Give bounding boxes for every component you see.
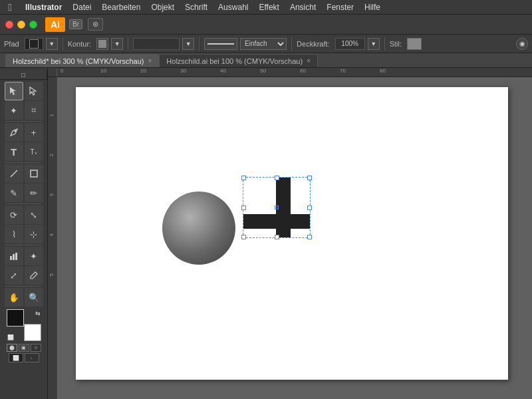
rectangle-tool[interactable] [25,164,43,183]
close-button[interactable] [5,21,13,29]
path-label: Pfad [4,40,19,48]
menu-hilfe[interactable]: Hilfe [359,0,386,15]
chart-tool[interactable] [5,247,23,265]
menu-auswahl[interactable]: Auswahl [213,0,253,15]
kontur-unit-dropdown[interactable]: ▼ [182,38,194,50]
foreground-color-box[interactable] [7,309,24,327]
tab-close-1[interactable]: × [148,57,152,65]
menu-schrift[interactable]: Schrift [180,0,213,15]
tool-row-5 [1,164,46,183]
default-colors-icon[interactable]: ⬜ [7,334,14,340]
free-transform-tool[interactable]: ⊹ [25,225,43,243]
sel-handle-tr[interactable] [307,176,312,180]
tool-sep-1 [5,121,42,122]
paintbrush-tool[interactable]: ✎ [5,184,23,202]
sel-handle-br[interactable] [307,235,312,239]
canvas-viewport[interactable] [57,77,532,399]
add-anchor-tool[interactable]: + [25,123,43,142]
tab-holzschild-300[interactable]: Holzschild* bei 300 % (CMYK/Vorschau) × [5,54,159,67]
color-mode-icon[interactable]: ⬤ [7,344,17,352]
menu-effekt[interactable]: Effekt [253,0,284,15]
pencil-tool[interactable]: ✏ [25,184,43,202]
sphere-object[interactable] [162,192,235,265]
opacity-label: Deckkraft: [297,40,330,48]
rotate-tool[interactable]: ⟳ [5,205,23,224]
maximize-button[interactable] [29,21,37,29]
selection-tool[interactable] [5,82,23,100]
horizontal-ruler: 0 10 20 30 40 50 60 70 80 [48,68,532,77]
blend-tool[interactable]: ⤢ [5,266,23,285]
magic-wand-tool[interactable]: ✦ [5,101,23,120]
touch-type-tool[interactable]: Tᵥ [25,142,43,161]
screen-mode-btn[interactable]: ⬜ [9,353,23,362]
tool-sep-2 [5,162,42,163]
svg-rect-6 [13,254,15,260]
sel-handle-mr[interactable] [307,205,312,210]
separator-5 [384,37,385,51]
tool-row-6: ✎ ✏ [1,184,46,202]
minimize-button[interactable] [17,21,25,29]
tool-row-10: ⤢ [1,266,46,285]
line-tool[interactable] [5,164,23,183]
kontur-options[interactable]: ▼ [111,38,123,50]
menu-objekt[interactable]: Objekt [146,0,180,15]
sel-handle-tl[interactable] [241,176,246,180]
ai-logo: Ai [45,17,65,32]
type-tool[interactable]: T [5,142,23,161]
eyedropper-tool[interactable] [25,266,43,285]
background-color-box[interactable] [24,324,41,341]
menu-bar:  Illustrator Datei Bearbeiten Objekt Sc… [0,0,532,15]
apple-menu[interactable]:  [0,1,20,13]
svg-marker-0 [10,87,16,95]
warp-tool[interactable]: ⌇ [5,225,23,243]
hand-tool[interactable]: ✋ [5,288,23,307]
direct-selection-tool[interactable] [25,82,43,100]
separator-4 [291,37,292,51]
kontur-swatch[interactable] [96,38,108,50]
svg-point-2 [14,130,16,132]
br-badge[interactable]: Br [69,19,82,29]
svg-rect-5 [10,256,12,260]
tool-row-9: ✦ [1,247,46,265]
none-mode-icon[interactable]: ⊘ [31,344,41,352]
symbol-tool[interactable]: ✦ [25,247,43,265]
lasso-tool[interactable]: ⌗ [25,101,43,120]
screen-mode-btn-2[interactable]: ▪ [25,353,39,362]
menu-bearbeiten[interactable]: Bearbeiten [96,0,146,15]
tool-row-4: T Tᵥ [1,142,46,161]
workspace-switcher[interactable]: ⊛ [88,18,103,31]
tab-holzschild-100[interactable]: Holzschild.ai bei 100 % (CMYK/Vorschau) … [159,54,318,67]
ruler-corner-box [21,73,25,77]
sel-handle-ml[interactable] [241,205,246,210]
tool-sep-4 [5,245,42,245]
kontur-width-input[interactable] [133,38,180,50]
stroke-options[interactable]: ▼ [46,38,58,50]
svg-marker-1 [30,87,36,95]
scale-tool[interactable]: ⤡ [25,205,43,224]
tool-buttons-area: ✦ ⌗ + T Tᵥ [0,80,47,396]
color-boxes: ⇆ ⬜ [7,309,41,341]
gradient-mode-icon[interactable]: ▣ [19,344,29,352]
opacity-input[interactable] [335,38,365,50]
opacity-dropdown[interactable]: ▼ [368,38,380,50]
tool-row-1 [1,82,46,100]
menu-ansicht[interactable]: Ansicht [285,0,321,15]
color-mode-row: ⬤ ▣ ⊘ [1,344,46,352]
stil-swatch[interactable] [407,38,422,50]
menu-illustrator[interactable]: Illustrator [20,0,67,15]
svg-rect-4 [31,170,37,177]
stil-label: Stil: [390,40,402,48]
tool-row-8: ⌇ ⊹ [1,225,46,243]
tool-sep-5 [5,286,42,287]
swap-colors-icon[interactable]: ⇆ [35,310,41,317]
sel-handle-bl[interactable] [241,235,246,239]
zoom-tool[interactable]: 🔍 [25,288,43,307]
stroke-style-select[interactable]: Einfach [240,38,287,50]
tab-close-2[interactable]: × [307,57,311,65]
menu-datei[interactable]: Datei [67,0,96,15]
appearance-circle-button[interactable]: ◉ [516,38,528,50]
svg-rect-7 [15,253,17,260]
stroke-color-swatch[interactable] [25,38,43,50]
menu-fenster[interactable]: Fenster [321,0,359,15]
pen-tool[interactable] [5,123,23,142]
